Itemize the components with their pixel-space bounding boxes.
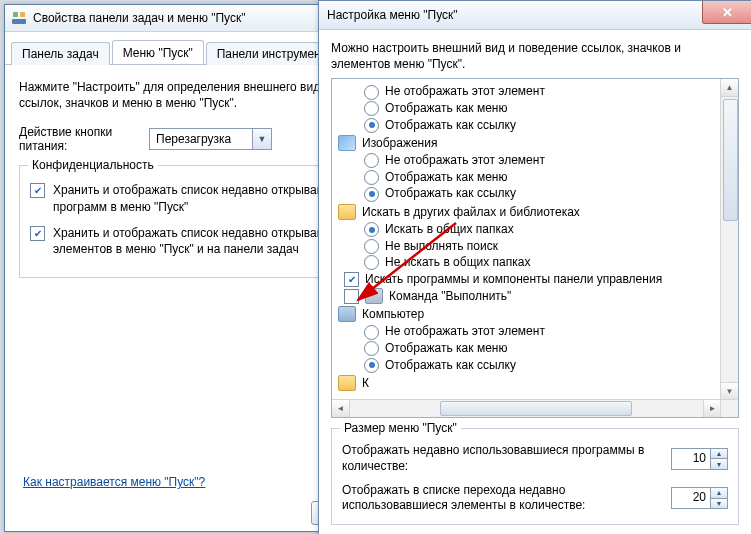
recent-programs-spinner[interactable]: 10 ▲▼ — [671, 448, 728, 470]
tab-label: Панели инструмен — [217, 47, 321, 61]
radio-link[interactable] — [364, 358, 379, 373]
option-label: Отображать как меню — [385, 341, 507, 357]
group-label: К — [362, 376, 369, 390]
folder-icon — [338, 375, 356, 391]
intro-text: Можно настроить внешний вид и поведение … — [331, 40, 739, 72]
radio-search-public[interactable] — [364, 222, 379, 237]
group-label: Команда "Выполнить" — [389, 289, 511, 305]
scroll-thumb-h[interactable] — [440, 401, 632, 416]
store-items-checkbox[interactable] — [30, 226, 45, 241]
scroll-left-button[interactable]: ◄ — [332, 400, 350, 417]
tab-start-menu[interactable]: Меню "Пуск" — [112, 40, 204, 64]
computer-icon — [338, 306, 356, 322]
spinner-value: 10 — [672, 449, 710, 469]
scroll-down-button[interactable]: ▼ — [721, 382, 738, 400]
combo-value: Перезагрузка — [150, 132, 252, 146]
spinner-up-icon[interactable]: ▲ — [711, 488, 727, 499]
option-label: Отображать как ссылку — [385, 358, 516, 374]
titlebar[interactable]: Настройка меню "Пуск" ✕ — [319, 1, 751, 30]
option-label: Не искать в общих папках — [385, 255, 530, 271]
recent-programs-label: Отображать недавно использовавшиеся прог… — [342, 443, 671, 474]
close-icon: ✕ — [722, 5, 733, 20]
svg-rect-1 — [13, 12, 18, 17]
group-label: Изображения — [362, 136, 437, 150]
start-menu-size-group: Размер меню "Пуск" Отображать недавно ис… — [331, 428, 739, 524]
option-label: Не выполнять поиск — [385, 239, 498, 255]
group-label: Компьютер — [362, 307, 424, 321]
spinner-value: 20 — [672, 488, 710, 508]
spinner-down-icon[interactable]: ▼ — [711, 459, 727, 469]
radio-menu[interactable] — [364, 101, 379, 116]
scroll-corner — [720, 399, 738, 417]
svg-rect-0 — [12, 19, 26, 24]
vertical-scrollbar[interactable]: ▲ ▼ — [720, 79, 738, 400]
folder-icon — [338, 204, 356, 220]
radio-hide[interactable] — [364, 85, 379, 100]
option-label: Не отображать этот элемент — [385, 324, 545, 340]
power-action-combo[interactable]: Перезагрузка ▼ — [149, 128, 272, 150]
option-label: Не отображать этот элемент — [385, 84, 545, 100]
scroll-up-button[interactable]: ▲ — [721, 79, 738, 97]
option-label: Искать программы и компоненты панели упр… — [365, 272, 662, 288]
tab-taskbar[interactable]: Панель задач — [11, 42, 110, 65]
options-listbox[interactable]: Не отображать этот элемент Отображать ка… — [331, 78, 739, 418]
search-cp-checkbox[interactable] — [344, 272, 359, 287]
tab-label: Меню "Пуск" — [123, 46, 193, 60]
radio-hide[interactable] — [364, 325, 379, 340]
chevron-down-icon: ▼ — [252, 129, 271, 149]
spinner-up-icon[interactable]: ▲ — [711, 449, 727, 460]
option-label: Отображать как ссылку — [385, 186, 516, 202]
option-label: Не отображать этот элемент — [385, 153, 545, 169]
radio-link[interactable] — [364, 118, 379, 133]
group-label: Искать в других файлах и библиотеках — [362, 205, 580, 219]
option-label: Отображать как меню — [385, 170, 507, 186]
option-label: Отображать как ссылку — [385, 118, 516, 134]
group-title: Конфиденциальность — [28, 158, 158, 172]
radio-menu[interactable] — [364, 341, 379, 356]
window-icon — [11, 10, 27, 26]
help-link[interactable]: Как настраивается меню "Пуск"? — [23, 475, 205, 489]
run-command-checkbox[interactable] — [344, 289, 359, 304]
customize-start-menu-dialog: Настройка меню "Пуск" ✕ Можно настроить … — [318, 0, 751, 534]
tab-toolbars[interactable]: Панели инструмен — [206, 42, 332, 65]
group-title: Размер меню "Пуск" — [340, 421, 461, 435]
dialog-body: Можно настроить внешний вид и поведение … — [319, 30, 751, 531]
radio-hide[interactable] — [364, 153, 379, 168]
power-action-label: Действие кнопки питания: — [19, 125, 149, 153]
jump-list-label: Отображать в списке перехода недавно исп… — [342, 483, 671, 514]
jump-list-spinner[interactable]: 20 ▲▼ — [671, 487, 728, 509]
spinner-down-icon[interactable]: ▼ — [711, 499, 727, 509]
tab-label: Панель задач — [22, 47, 99, 61]
run-icon — [365, 288, 383, 304]
list-content: Не отображать этот элемент Отображать ка… — [332, 79, 738, 397]
radio-no-search[interactable] — [364, 239, 379, 254]
option-label: Отображать как меню — [385, 101, 507, 117]
svg-rect-2 — [20, 12, 25, 17]
scroll-right-button[interactable]: ► — [703, 400, 721, 417]
store-programs-checkbox[interactable] — [30, 183, 45, 198]
close-button[interactable]: ✕ — [702, 1, 751, 24]
pictures-icon — [338, 135, 356, 151]
window-title: Свойства панели задач и меню "Пуск" — [33, 11, 246, 25]
horizontal-scrollbar[interactable]: ◄ ► — [332, 399, 721, 417]
radio-link[interactable] — [364, 187, 379, 202]
radio-no-public[interactable] — [364, 255, 379, 270]
option-label: Искать в общих папках — [385, 222, 514, 238]
scroll-thumb[interactable] — [723, 99, 738, 221]
window-title: Настройка меню "Пуск" — [327, 8, 458, 22]
radio-menu[interactable] — [364, 170, 379, 185]
